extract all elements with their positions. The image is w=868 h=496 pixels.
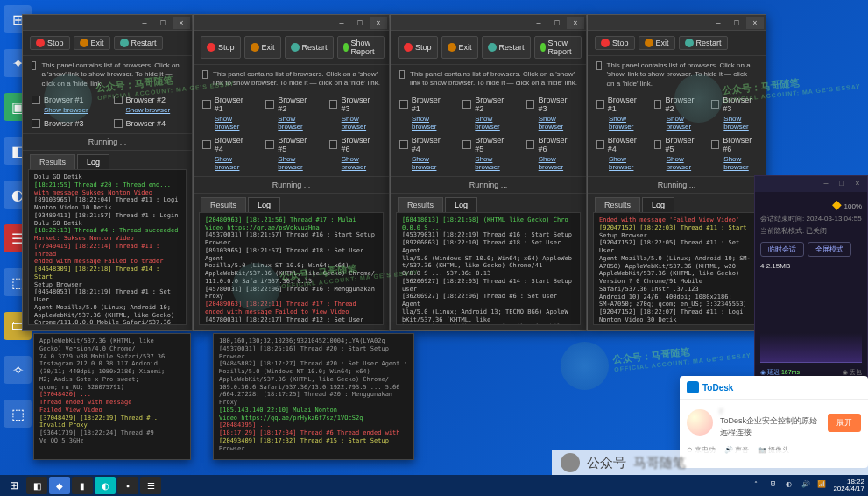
restart-button[interactable]: Restart [482, 36, 531, 59]
show-report-button[interactable]: Show Report [337, 36, 385, 59]
close-button[interactable]: × [567, 17, 584, 29]
show-browser-link[interactable]: Show browser [475, 155, 513, 171]
checkbox[interactable] [114, 119, 123, 128]
maximize-button[interactable]: □ [728, 17, 745, 29]
checkbox[interactable] [711, 140, 719, 149]
show-browser-link[interactable]: Show browser [412, 115, 450, 131]
checkbox[interactable] [526, 140, 535, 149]
tray-icon[interactable]: ⛨ [770, 480, 780, 491]
taskbar-item[interactable]: ◐ [95, 477, 116, 494]
taskbar-item[interactable]: ▪ [117, 477, 138, 494]
restart-button[interactable]: Restart [285, 36, 334, 59]
stop-button[interactable]: Stop [201, 36, 241, 59]
show-browser-link[interactable]: Show browser [723, 115, 757, 131]
show-browser-link[interactable]: Show browser [44, 106, 102, 114]
taskbar-item[interactable]: ▮ [72, 477, 93, 494]
start-button[interactable]: ⊞ [4, 477, 25, 494]
show-browser-link[interactable]: Show browser [412, 155, 450, 171]
checkbox[interactable] [654, 100, 662, 109]
show-browser-link[interactable]: Show browser [342, 155, 380, 171]
show-browser-link[interactable]: Show browser [475, 115, 513, 131]
taskbar-item[interactable]: ◧ [26, 477, 47, 494]
show-browser-link[interactable]: Show browser [278, 155, 316, 171]
exit-button[interactable]: Exit [244, 36, 281, 59]
tray-wifi-icon[interactable]: 📶 [817, 480, 828, 491]
show-browser-link[interactable]: Show browser [215, 115, 253, 131]
minimize-button[interactable]: – [709, 17, 727, 29]
checkbox[interactable] [596, 140, 604, 149]
tab-log[interactable]: Log [642, 197, 674, 212]
checkbox[interactable] [32, 96, 40, 104]
minimize-button[interactable]: – [820, 179, 832, 189]
checkbox[interactable] [526, 100, 535, 109]
show-browser-link[interactable]: Show browser [539, 115, 577, 131]
close-button[interactable]: × [746, 17, 764, 29]
checkbox[interactable] [596, 100, 604, 109]
exit-button[interactable]: Exit [74, 36, 110, 50]
tab-log[interactable]: Log [77, 154, 109, 169]
checkbox[interactable] [399, 100, 408, 109]
show-browser-link[interactable]: Show browser [539, 155, 577, 171]
tab-results[interactable]: Results [201, 197, 246, 212]
checkbox[interactable] [399, 70, 405, 79]
minimize-button[interactable]: – [136, 17, 153, 29]
checkbox[interactable] [32, 119, 40, 128]
tray-icon[interactable]: ˄ [754, 480, 765, 491]
checkbox[interactable] [202, 70, 208, 79]
taskbar-clock[interactable]: 18:22 2024/4/17 [833, 478, 864, 492]
tab-results[interactable]: Results [595, 197, 640, 212]
maximize-button[interactable]: □ [154, 17, 172, 29]
checkbox[interactable] [462, 140, 471, 149]
show-browser-link[interactable]: Show browser [215, 155, 253, 171]
tab-results[interactable]: Results [30, 154, 75, 169]
log-panel[interactable]: [68418013] [18:21:58] (KHTML like Gecko)… [396, 212, 581, 325]
restart-button[interactable]: Restart [679, 36, 728, 50]
checkbox[interactable] [329, 100, 338, 109]
log-panel[interactable]: [20480963] [18:.21:56] Thread #17 : Mula… [199, 212, 384, 325]
show-browser-link[interactable]: Show browser [278, 115, 316, 131]
checkbox[interactable] [265, 140, 274, 149]
show-browser-link[interactable]: Show browser [609, 155, 642, 171]
checkbox[interactable] [399, 140, 408, 149]
checkbox[interactable] [32, 61, 36, 70]
checkbox[interactable] [329, 140, 338, 149]
checkbox[interactable] [711, 100, 719, 109]
exit-button[interactable]: Exit [441, 36, 478, 59]
stop-button[interactable]: Stop [595, 36, 635, 50]
minimize-button[interactable]: – [530, 17, 547, 29]
show-browser-link[interactable]: Show browser [342, 115, 380, 131]
desktop-icon[interactable]: ✧ [4, 356, 32, 384]
maximize-button[interactable]: □ [351, 17, 369, 29]
checkbox[interactable] [596, 61, 602, 70]
maximize-button[interactable]: □ [836, 179, 848, 189]
show-browser-link[interactable]: Show browser [667, 155, 700, 171]
tray-icon[interactable]: ◐ [786, 480, 796, 491]
checkbox[interactable] [654, 140, 662, 149]
show-browser-link[interactable]: Show browser [126, 106, 184, 114]
log-panel[interactable]: Dolu GO Detik[18:21:55] Thread #20 : Thr… [28, 169, 187, 325]
log-window-a[interactable]: AppleWebKit/537.36 (KHTML, likeGecko) Ve… [33, 333, 191, 460]
log-panel[interactable]: Ended with message 'Failed View Video'[9… [593, 212, 760, 325]
desktop-icon[interactable]: ⬚ [4, 400, 32, 428]
monitor-pill[interactable]: 临时会话 [760, 242, 804, 257]
monitor-pill[interactable]: 全屏模式 [808, 242, 851, 257]
checkbox[interactable] [114, 96, 123, 104]
stop-button[interactable]: Stop [30, 36, 70, 50]
show-browser-link[interactable]: Show browser [723, 155, 757, 171]
checkbox[interactable] [202, 100, 211, 109]
checkbox[interactable] [462, 100, 471, 109]
taskbar-item[interactable]: ☰ [140, 477, 161, 494]
restart-button[interactable]: Restart [114, 36, 163, 50]
open-button[interactable]: 展开 [828, 414, 861, 432]
exit-button[interactable]: Exit [639, 36, 675, 50]
checkbox[interactable] [265, 100, 274, 109]
tab-log[interactable]: Log [445, 197, 477, 212]
minimize-button[interactable]: – [333, 17, 350, 29]
close-button[interactable]: × [370, 17, 387, 29]
show-browser-link[interactable]: Show browser [609, 115, 642, 131]
maximize-button[interactable]: □ [548, 17, 566, 29]
log-window-b[interactable]: 180,160,130;32,10236;9321045210004;LYA(L… [213, 333, 414, 460]
taskbar-item[interactable]: ◆ [49, 477, 70, 494]
tab-results[interactable]: Results [398, 197, 443, 212]
show-browser-link[interactable]: Show browser [667, 115, 700, 131]
